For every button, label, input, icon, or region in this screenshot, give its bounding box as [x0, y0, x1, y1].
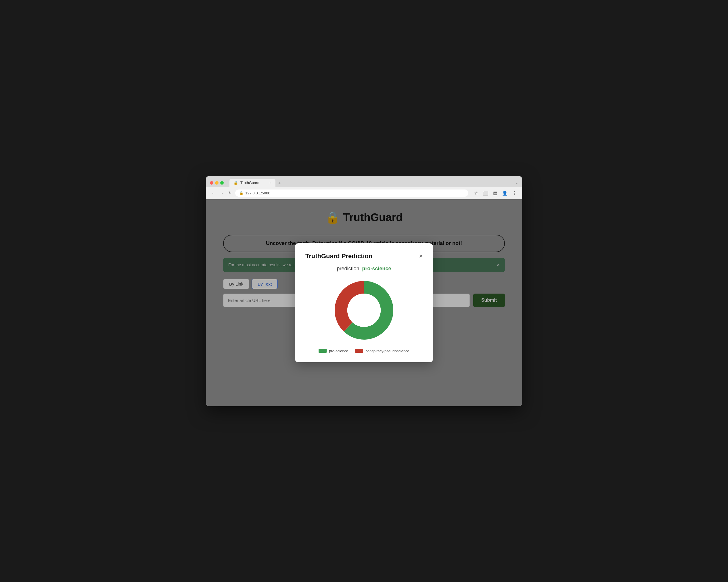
prediction-prefix: prediction:: [337, 266, 362, 272]
address-lock-icon: 🔒: [239, 191, 243, 195]
close-traffic-light[interactable]: [210, 181, 213, 185]
chart-container: [305, 279, 423, 342]
tab-favicon-icon: 🔒: [233, 181, 238, 185]
profile-button[interactable]: 👤: [501, 189, 509, 197]
forward-button[interactable]: →: [218, 189, 225, 196]
donut-hole: [347, 294, 381, 327]
chart-legend: pro-science conspiracy/pseudoscience: [305, 349, 423, 353]
tab-title: TruthGuard: [240, 181, 259, 185]
legend-label-conspiracy: conspiracy/pseudoscience: [365, 349, 409, 353]
back-button[interactable]: ←: [210, 189, 216, 196]
legend-item-conspiracy: conspiracy/pseudoscience: [355, 349, 409, 353]
browser-addressbar: ← → ↻ 🔒 127.0.0.1:5000 ☆ ⬜ ▤ 👤 ⋮: [206, 187, 522, 199]
tab-close-button[interactable]: ×: [270, 181, 271, 185]
legend-color-conspiracy: [355, 349, 363, 353]
prediction-value: pro-science: [362, 266, 391, 272]
browser-titlebar: 🔒 TruthGuard × + ⌄: [206, 176, 522, 187]
new-tab-button[interactable]: +: [276, 180, 283, 186]
traffic-lights: [210, 181, 224, 185]
tab-bar: 🔒 TruthGuard × +: [229, 179, 513, 187]
browser-actions: ☆ ⬜ ▤ 👤 ⋮: [473, 189, 518, 197]
active-tab[interactable]: 🔒 TruthGuard ×: [229, 179, 276, 187]
tab-dropdown-button[interactable]: ⌄: [515, 181, 518, 185]
legend-item-pro-science: pro-science: [318, 349, 348, 353]
sidebar-button[interactable]: ▤: [492, 189, 499, 197]
reload-button[interactable]: ↻: [227, 189, 233, 196]
maximize-traffic-light[interactable]: [220, 181, 224, 185]
page-content: 🔒 TruthGuard Uncover the truth: Determin…: [206, 199, 522, 406]
modal-close-button[interactable]: ×: [419, 252, 423, 260]
address-field[interactable]: 🔒 127.0.0.1:5000: [235, 189, 468, 197]
modal-overlay[interactable]: TruthGuard Prediction × prediction: pro-…: [206, 199, 522, 406]
minimize-traffic-light[interactable]: [215, 181, 218, 185]
bookmark-button[interactable]: ☆: [473, 189, 479, 197]
address-url: 127.0.0.1:5000: [245, 191, 270, 195]
donut-chart: [332, 279, 396, 342]
prediction-modal: TruthGuard Prediction × prediction: pro-…: [295, 243, 433, 362]
modal-title: TruthGuard Prediction: [305, 252, 372, 260]
legend-label-pro-science: pro-science: [329, 349, 348, 353]
prediction-label: prediction: pro-science: [305, 266, 423, 272]
menu-button[interactable]: ⋮: [511, 189, 518, 197]
extensions-button[interactable]: ⬜: [482, 189, 490, 197]
browser-window: 🔒 TruthGuard × + ⌄ ← → ↻ 🔒 127.0.0.1:500…: [206, 176, 522, 406]
modal-header: TruthGuard Prediction ×: [305, 252, 423, 260]
legend-color-pro-science: [318, 349, 327, 353]
